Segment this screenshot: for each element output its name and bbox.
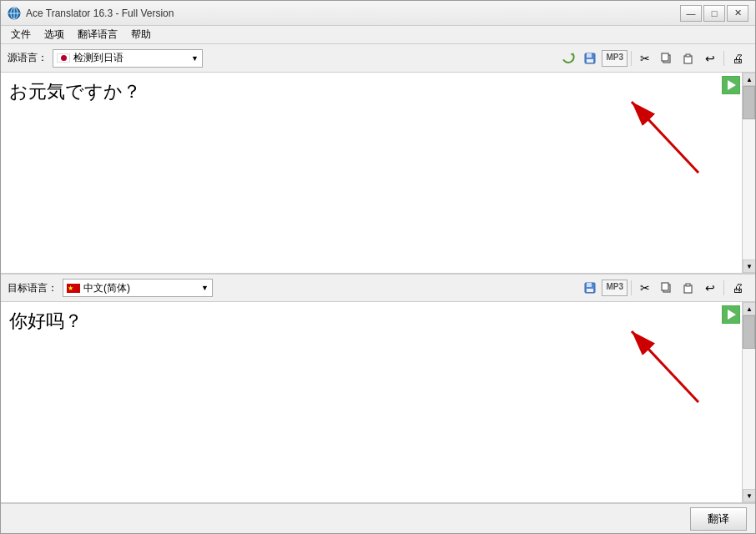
svg-rect-15 <box>587 283 592 287</box>
source-panel: 源语言： 检测到日语 ▼ <box>1 44 755 274</box>
svg-rect-11 <box>686 54 690 57</box>
source-text-area[interactable]: お元気ですか？ <box>1 73 742 273</box>
source-lang-flag <box>57 53 70 63</box>
source-copy-button[interactable] <box>657 48 677 68</box>
target-text-area[interactable]: 你好吗？ <box>1 302 742 502</box>
source-toolbar: 源语言： 检测到日语 ▼ <box>1 44 755 73</box>
target-lang-select[interactable]: 中文(简体) ▼ <box>63 279 213 297</box>
target-scroll-down[interactable]: ▼ <box>743 489 755 502</box>
source-text-panel: お元気ですか？ ▲ ▼ <box>1 73 755 274</box>
menu-options[interactable]: 选项 <box>38 26 71 43</box>
target-lang-name: 中文(简体) <box>83 281 198 295</box>
source-print-button[interactable]: 🖨 <box>728 48 748 68</box>
target-paste-button[interactable] <box>678 278 698 298</box>
sep1 <box>631 51 632 66</box>
source-refresh-button[interactable] <box>558 48 578 68</box>
translate-button[interactable]: 翻译 <box>690 507 747 531</box>
target-scroll-up[interactable]: ▲ <box>743 302 755 315</box>
target-undo-button[interactable]: ↩ <box>700 278 720 298</box>
menu-bar: 文件 选项 翻译语言 帮助 <box>1 26 755 44</box>
target-scroll-thumb[interactable] <box>743 315 755 349</box>
source-text-content: お元気ですか？ <box>9 81 141 102</box>
svg-marker-4 <box>571 53 573 56</box>
target-mp3-button[interactable]: MP3 <box>602 280 627 296</box>
target-panel: 目标语言： 中文(简体) ▼ MP3 <box>1 274 755 503</box>
target-scroll-track <box>743 315 755 489</box>
target-lang-label: 目标语言： <box>8 281 58 295</box>
source-scroll-thumb[interactable] <box>743 86 755 119</box>
target-save-button[interactable] <box>580 278 600 298</box>
app-icon <box>8 7 21 20</box>
source-scroll-up[interactable]: ▲ <box>743 73 755 86</box>
window-controls: — □ ✕ <box>680 5 748 22</box>
menu-help[interactable]: 帮助 <box>124 26 158 43</box>
svg-rect-6 <box>587 53 592 58</box>
title-bar: Ace Translator 16.3 - Full Version — □ ✕ <box>1 1 755 26</box>
source-lang-dropdown-arrow: ▼ <box>191 54 199 63</box>
source-save-button[interactable] <box>580 48 600 68</box>
minimize-button[interactable]: — <box>680 5 702 22</box>
svg-rect-9 <box>662 53 668 61</box>
svg-rect-18 <box>662 283 668 290</box>
close-button[interactable]: ✕ <box>727 5 748 22</box>
source-paste-button[interactable] <box>678 48 698 68</box>
svg-rect-16 <box>587 289 593 292</box>
source-mp3-button[interactable]: MP3 <box>602 50 627 67</box>
sep2 <box>723 51 724 66</box>
target-lang-dropdown-arrow: ▼ <box>201 284 209 292</box>
source-lang-select[interactable]: 检测到日语 ▼ <box>53 49 203 68</box>
svg-rect-7 <box>587 59 593 63</box>
window-title: Ace Translator 16.3 - Full Version <box>26 8 680 19</box>
maximize-button[interactable]: □ <box>703 5 725 22</box>
panels-container: 源语言： 检测到日语 ▼ <box>1 44 755 503</box>
source-scroll-track <box>743 86 755 259</box>
target-text-content: 你好吗？ <box>9 310 83 331</box>
source-lang-name: 检测到日语 <box>73 51 188 65</box>
target-toolbar: 目标语言： 中文(简体) ▼ MP3 <box>1 274 755 302</box>
app-window: Ace Translator 16.3 - Full Version — □ ✕… <box>0 0 756 534</box>
svg-rect-20 <box>686 284 690 286</box>
source-scrollbar[interactable]: ▲ ▼ <box>742 73 755 273</box>
target-play-icon <box>728 310 736 320</box>
sep3 <box>631 280 632 295</box>
target-lang-flag <box>67 284 80 293</box>
main-content: 源语言： 检测到日语 ▼ <box>1 44 755 533</box>
source-cut-button[interactable]: ✂ <box>635 48 655 68</box>
source-lang-label: 源语言： <box>8 51 48 65</box>
target-play-button[interactable] <box>722 305 740 324</box>
source-play-icon <box>728 80 736 90</box>
target-cut-button[interactable]: ✂ <box>635 278 655 298</box>
target-copy-button[interactable] <box>657 278 677 298</box>
source-undo-button[interactable]: ↩ <box>700 48 720 68</box>
target-text-panel: 你好吗？ ▲ ▼ <box>1 302 755 503</box>
source-scroll-down[interactable]: ▼ <box>743 259 755 273</box>
sep4 <box>723 280 724 295</box>
menu-file[interactable]: 文件 <box>4 26 38 43</box>
bottom-bar: 翻译 <box>1 503 755 533</box>
source-play-button[interactable] <box>722 76 740 94</box>
target-scrollbar[interactable]: ▲ ▼ <box>742 302 755 502</box>
target-print-button[interactable]: 🖨 <box>728 278 748 298</box>
menu-translate-lang[interactable]: 翻译语言 <box>71 26 124 43</box>
